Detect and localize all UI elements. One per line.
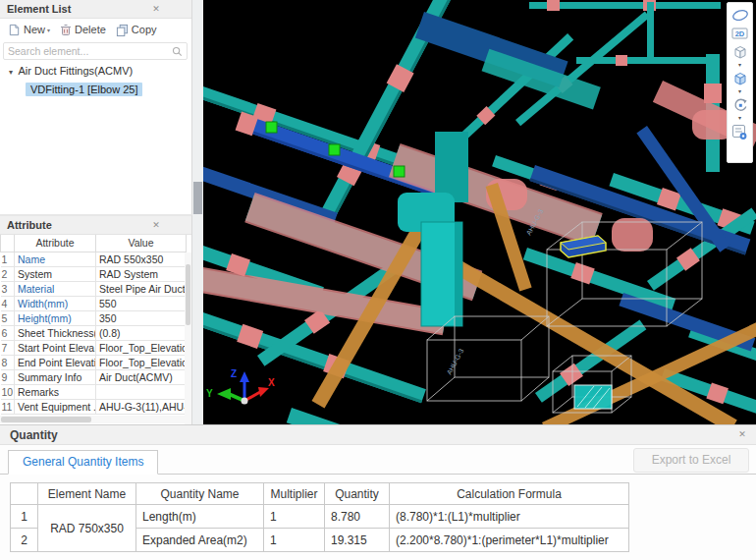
table-row[interactable]: 5Height(mm)350	[1, 310, 187, 325]
close-icon[interactable]: ✕	[734, 425, 750, 444]
quantity-table: Element Name Quantity Name Multiplier Qu…	[10, 482, 629, 552]
copy-button-label: Copy	[132, 24, 157, 35]
attribute-title: Attribute	[7, 219, 52, 231]
table-row[interactable]: 11Vent Equipment ...AHU-G-3(11),AHU-...	[1, 399, 187, 414]
row-num: 1	[1, 252, 15, 266]
table-row[interactable]: 3MaterialSteel Pipe Air Duct	[1, 281, 187, 296]
attribute-horizontal-scrollbar[interactable]	[0, 416, 185, 423]
row-num: 3	[1, 281, 15, 296]
element-tree: ▾ Air Duct Fittings(ACMV) VDFitting-1 [E…	[0, 63, 191, 96]
attr-value: RAD System	[96, 266, 187, 281]
search-icon	[172, 46, 183, 57]
attr-value: 350	[96, 310, 187, 325]
close-icon[interactable]: ✕	[148, 216, 164, 235]
quantity-cell: 19.315	[325, 529, 390, 552]
table-row[interactable]: 7Start Point Eleva...Floor_Top_Elevatio.…	[1, 340, 187, 355]
rotate-view-icon[interactable]	[729, 96, 751, 114]
formula-cell: (2.200*8.780)*1:(perimeter*L1)*multiplie…	[390, 529, 629, 552]
quantity-name-cell: Length(m)	[136, 505, 264, 529]
trash-icon	[60, 24, 72, 36]
attr-value: RAD 550x350	[96, 252, 187, 266]
element-list-title: Element List	[7, 3, 71, 15]
attr-name: Remarks	[15, 384, 96, 399]
attribute-table-header-row: Attribute Value	[1, 235, 187, 252]
close-icon[interactable]: ✕	[148, 0, 164, 19]
row-num: 5	[1, 310, 15, 325]
quantity-table-header-row: Element Name Quantity Name Multiplier Qu…	[11, 483, 629, 505]
col-element-name: Element Name	[38, 483, 136, 505]
element-name-cell: RAD 750x350	[38, 505, 136, 552]
table-row[interactable]: 4Width(mm)550	[1, 296, 187, 310]
2d-label: 2D	[735, 29, 745, 38]
col-quantity-name: Quantity Name	[136, 483, 264, 505]
row-num: 8	[1, 355, 15, 369]
col-row-num	[11, 483, 38, 505]
tree-expand-icon[interactable]: ▾	[9, 68, 13, 77]
attr-value: (0.8)	[96, 325, 187, 340]
view-settings-icon[interactable]	[729, 123, 751, 140]
table-row[interactable]: 1 RAD 750x350 Length(m) 1 8.780 (8.780)*…	[11, 505, 629, 529]
quantity-panel: Quantity ✕ General Quantity Items Export…	[0, 424, 756, 560]
attr-name: Vent Equipment ...	[15, 399, 96, 414]
attr-name: Sheet Thickness(...	[15, 325, 96, 340]
copy-icon	[116, 24, 129, 36]
cube-view-icon[interactable]	[729, 43, 751, 61]
attr-name: Summary Info	[15, 369, 96, 384]
axis-x-label: X	[268, 377, 275, 388]
row-num: 11	[1, 399, 15, 414]
table-row[interactable]: 8End Point Elevati...Floor_Top_Elevatio.…	[1, 355, 187, 369]
attr-name: Start Point Eleva...	[15, 340, 96, 355]
panel-splitter[interactable]	[192, 0, 203, 424]
new-page-icon	[8, 24, 21, 36]
row-num: 6	[1, 325, 15, 340]
row-num: 2	[11, 529, 38, 552]
attr-col-header: Attribute	[15, 235, 96, 252]
table-row[interactable]: 10Remarks	[1, 384, 187, 399]
chevron-down-icon[interactable]: ▾	[738, 115, 741, 122]
tab-general-quantity-items[interactable]: General Quantity Items	[8, 450, 158, 475]
row-num: 10	[1, 384, 15, 399]
viewport-3d[interactable]: AHU-G-3 AHU-G-3 Z X Y 2D	[203, 0, 756, 424]
search-box	[3, 42, 188, 60]
cube-view-active-icon[interactable]	[729, 70, 751, 87]
app-window: Element List ✕ New ▾ Delete Copy ▾	[0, 0, 756, 560]
attribute-panel: Attribute ✕ Attribute Value 1NameRAD 550…	[0, 214, 192, 424]
attr-name: System	[15, 266, 96, 281]
table-row[interactable]: 2SystemRAD System	[1, 266, 187, 281]
attr-value	[96, 384, 187, 399]
viewport-3d-scene[interactable]: AHU-G-3 AHU-G-3 Z X Y	[203, 0, 756, 424]
export-to-excel-button[interactable]: Export to Excel	[633, 448, 749, 473]
scrollbar-thumb[interactable]	[1, 417, 91, 422]
delete-button[interactable]: Delete	[57, 23, 109, 37]
new-button-label: New	[24, 24, 45, 35]
attr-value: 550	[96, 296, 187, 310]
attr-name: Width(mm)	[15, 296, 96, 310]
attribute-table: Attribute Value 1NameRAD 550x350 2System…	[0, 235, 187, 415]
col-calculation-formula: Calculation Formula	[390, 483, 629, 505]
chevron-down-icon[interactable]: ▾	[738, 88, 741, 95]
table-row[interactable]: 1NameRAD 550x350	[1, 252, 187, 266]
search-input[interactable]	[4, 45, 172, 57]
splitter-thumb[interactable]	[193, 182, 202, 214]
row-num: 7	[1, 340, 15, 355]
scrollbar-thumb[interactable]	[186, 264, 190, 325]
tree-group-label: Air Duct Fittings(ACMV)	[18, 65, 133, 77]
2d-view-icon[interactable]: 2D	[729, 25, 751, 42]
attr-num-header	[1, 235, 15, 252]
table-row[interactable]: 9Summary InfoAir Duct(ACMV)	[1, 369, 187, 384]
value-col-header: Value	[96, 235, 187, 252]
chevron-down-icon[interactable]: ▾	[738, 62, 741, 69]
row-num: 9	[1, 369, 15, 384]
table-row[interactable]: 6Sheet Thickness(...(0.8)	[1, 325, 187, 340]
attr-name: Material	[15, 281, 96, 296]
tree-group-air-duct-fittings[interactable]: ▾ Air Duct Fittings(ACMV)	[0, 63, 191, 80]
new-button[interactable]: New ▾	[5, 23, 53, 37]
orbit-icon[interactable]	[729, 6, 751, 24]
tree-item-vdfitting[interactable]: VDFitting-1 [Elbow 25]	[26, 83, 142, 96]
attr-value: Air Duct(ACMV)	[96, 369, 187, 384]
new-dropdown-icon[interactable]: ▾	[47, 27, 50, 33]
attribute-vertical-scrollbar[interactable]	[185, 252, 191, 433]
copy-button[interactable]: Copy	[113, 23, 160, 37]
col-quantity: Quantity	[325, 483, 390, 505]
quantity-header: Quantity ✕	[0, 425, 756, 445]
